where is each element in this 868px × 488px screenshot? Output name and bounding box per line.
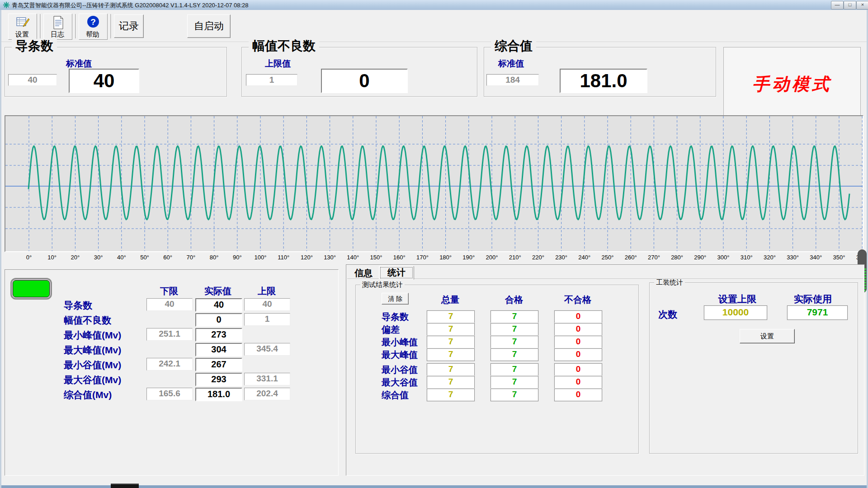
x-axis-tick-label: 170° [411, 254, 434, 261]
x-axis-tick-label: 330° [782, 254, 804, 261]
x-axis-tick-label: 50° [133, 254, 156, 261]
result-lower-box: 165.6 [146, 388, 193, 400]
record-button[interactable]: 记录 [114, 14, 144, 38]
result-panel: 下限 实际值 上限 导条数404040幅值不良数01最小峰值(Mv)251.12… [5, 269, 339, 476]
x-axis-tick-label: 300° [712, 254, 735, 261]
x-axis-tick-label: 10° [41, 254, 63, 261]
x-axis-tick-label: 60° [156, 254, 179, 261]
settings-icon [16, 16, 29, 29]
x-axis-tick-label: 110° [272, 254, 295, 261]
composite-title: 综合值 [491, 39, 536, 53]
composite-value: 181.0 [560, 69, 647, 93]
x-axis-tick-label: 200° [481, 254, 503, 261]
stats-total-box: 7 [427, 310, 475, 323]
result-actual-box: 181.0 [195, 388, 242, 401]
tab-strip-line [347, 278, 863, 279]
result-actual-box: 267 [195, 358, 242, 371]
x-axis-tick-label: 30° [87, 254, 110, 261]
x-axis-tick-label: 180° [434, 254, 457, 261]
stats-pass-box: 7 [491, 363, 538, 376]
stats-total-box: 7 [427, 363, 475, 376]
composite-setpoint: 184 [486, 74, 539, 86]
result-header-lower: 下限 [146, 285, 192, 297]
x-axis-tick-label: 310° [735, 254, 758, 261]
title-bar[interactable]: 青岛艾普智能仪器有限公司--压铸转子测试系统 G202008042 V1.1.4… [0, 0, 868, 10]
stats-row-label: 最大谷值 [382, 376, 418, 389]
app-window: 青岛艾普智能仪器有限公司--压铸转子测试系统 G202008042 V1.1.4… [0, 0, 868, 488]
help-button[interactable]: ? 帮助 [79, 14, 108, 40]
result-row-label: 最大谷值(Mv) [64, 374, 121, 386]
background-window-fragment [111, 483, 139, 488]
result-actual-box: 293 [195, 373, 242, 386]
settings-button-label: 设置 [9, 30, 36, 39]
stats-fail-box: 0 [554, 376, 602, 389]
stats-row-label: 最小谷值 [382, 364, 418, 376]
stats-pass-box: 7 [491, 310, 538, 323]
stats-pass-box: 7 [491, 336, 538, 348]
bar-count-value: 40 [69, 69, 139, 93]
result-actual-box: 40 [195, 298, 242, 312]
x-axis-tick-label: 260° [619, 254, 642, 261]
toolbar-separator [110, 14, 112, 38]
stats-total-box: 7 [427, 348, 475, 361]
maximize-button[interactable]: □ [844, 1, 856, 9]
x-axis-tick-label: 190° [458, 254, 480, 261]
result-row-label: 综合值(Mv) [64, 389, 112, 401]
amp-defect-limit-label: 上限值 [265, 58, 291, 70]
tooling-row-label: 次数 [658, 308, 677, 321]
amp-defect-limit: 1 [246, 74, 297, 86]
result-row-label: 最小峰值(Mv) [64, 329, 121, 342]
result-upper-box: 331.1 [244, 373, 290, 385]
status-lamp-light [13, 280, 50, 297]
x-axis-tick-label: 0° [18, 254, 40, 261]
x-axis-tick-label: 20° [64, 254, 86, 261]
stats-fail-box: 0 [554, 363, 602, 376]
x-axis-tick-label: 100° [249, 254, 272, 261]
tooling-header-limit: 设置上限 [703, 293, 771, 305]
toolbar-separator [40, 14, 41, 38]
x-axis-tick-label: 280° [666, 254, 689, 261]
log-button[interactable]: 日志 [43, 14, 72, 40]
amp-defect-value: 0 [321, 69, 408, 93]
x-axis-labels: 0°10°20°30°40°50°60°70°80°90°100°110°120… [5, 253, 863, 262]
tab-stats[interactable]: 统计 [379, 266, 414, 280]
result-upper-box: 345.4 [244, 343, 290, 356]
test-stats-group-title: 测试结果统计 [360, 281, 405, 288]
x-axis-tick-label: 220° [527, 254, 549, 261]
stats-pass-box: 7 [491, 389, 538, 401]
stats-fail-box: 0 [554, 323, 602, 336]
bar-count-setpoint: 40 [8, 74, 57, 86]
autostart-button[interactable]: 自启动 [187, 14, 231, 38]
svg-text:?: ? [90, 17, 96, 27]
stats-total-box: 7 [427, 376, 475, 389]
stats-total-box: 7 [427, 389, 475, 401]
result-row-label: 最小谷值(Mv) [64, 359, 121, 371]
stats-fail-box: 0 [554, 310, 602, 323]
x-axis-tick-label: 350° [828, 254, 850, 261]
stats-pass-box: 7 [491, 376, 538, 389]
bar-count-setpoint-label: 标准值 [66, 58, 92, 70]
amp-defect-title: 幅值不良数 [249, 39, 319, 53]
close-button[interactable]: × [856, 1, 868, 9]
stats-total-box: 7 [427, 336, 475, 348]
stats-fail-box: 0 [554, 348, 602, 361]
x-axis-tick-label: 340° [805, 254, 827, 261]
result-upper-box: 40 [244, 298, 290, 311]
stats-fail-box: 0 [554, 336, 602, 348]
stats-row-label: 最大峰值 [382, 349, 418, 361]
result-actual-box: 0 [195, 313, 242, 327]
clear-button[interactable]: 清 除 [382, 293, 409, 305]
stats-row-label: 最小峰值 [382, 336, 418, 348]
toolbar: 设置 日志 ? 帮助 记录 自启动 [0, 10, 868, 42]
x-axis-tick-label: 140° [342, 254, 364, 261]
minimize-button[interactable]: — [831, 1, 844, 9]
tooling-limit-value: 10000 [704, 305, 767, 320]
x-axis-tick-label: 240° [573, 254, 596, 261]
tooling-used-value: 7971 [787, 305, 848, 320]
tab-info[interactable]: 信息 [351, 267, 376, 278]
tooling-header-used: 实际使用 [779, 293, 847, 305]
stats-pass-box: 7 [491, 348, 538, 361]
tooling-set-button[interactable]: 设置 [740, 329, 795, 343]
settings-button[interactable]: 设置 [8, 14, 37, 40]
result-header-upper: 上限 [244, 285, 289, 297]
